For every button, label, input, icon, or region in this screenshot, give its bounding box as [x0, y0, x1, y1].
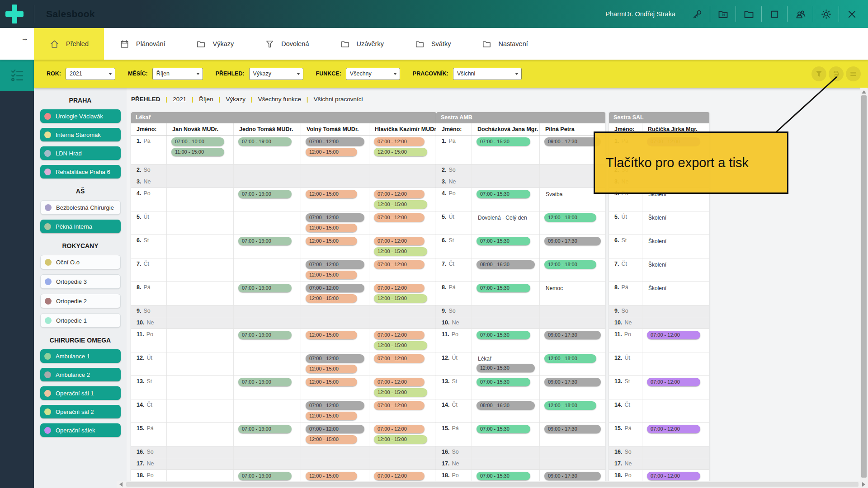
shift-pill[interactable]: 07:00 - 12:00 [306, 260, 364, 269]
shift-pill[interactable]: 12:00 - 15:00 [306, 378, 357, 386]
shift-pill[interactable]: 07:00 - 12:00 [306, 354, 364, 363]
scroll-left-arrow[interactable] [119, 482, 123, 487]
shift-pill[interactable]: 07:00 - 12:00 [374, 354, 425, 363]
shift-pill[interactable]: 12:00 - 15:00 [374, 247, 427, 256]
sidebar-item-ocni-o-o[interactable]: Oční O.o [40, 255, 121, 269]
checklist-button[interactable] [0, 60, 34, 91]
forward-arrow-icon[interactable]: → [21, 34, 28, 42]
shift-pill[interactable]: 09:00 - 17:30 [544, 237, 601, 245]
shift-pill[interactable]: 07:00 - 15:30 [476, 137, 530, 146]
horizontal-scrollbar[interactable] [117, 481, 868, 488]
shift-pill[interactable]: 07:00 - 12:00 [647, 378, 700, 386]
shift-pill[interactable]: 11:00 - 15:00 [171, 148, 224, 156]
shift-pill[interactable]: 12:00 - 18:00 [544, 401, 596, 410]
shift-pill[interactable]: 07:00 - 12:00 [374, 331, 425, 339]
shift-pill[interactable]: 07:00 - 12:00 [374, 260, 425, 269]
shift-pill[interactable]: 12:00 - 15:00 [306, 224, 357, 232]
shift-pill[interactable]: 07:00 - 12:00 [374, 190, 425, 198]
shift-pill[interactable]: 07:00 - 12:00 [374, 378, 425, 386]
shift-pill[interactable]: 09:00 - 17:30 [544, 472, 601, 480]
rok-select[interactable]: 2021 [66, 68, 115, 80]
tab-prehled[interactable]: Přehled [34, 28, 104, 60]
shift-pill[interactable]: 07:00 - 12:00 [647, 472, 700, 480]
shift-pill[interactable]: 07:00 - 15:30 [476, 284, 530, 292]
shift-pill[interactable]: 07:00 - 15:30 [476, 378, 530, 386]
sidebar-item-ortopedie-2[interactable]: Ortopedie 2 [40, 294, 121, 308]
shift-pill[interactable]: 07:00 - 19:00 [238, 378, 292, 386]
shift-pill[interactable]: 12:00 - 15:00 [374, 148, 427, 156]
shift-pill[interactable]: 07:00 - 15:30 [476, 472, 530, 480]
shift-pill[interactable]: 07:00 - 12:00 [306, 213, 364, 222]
shift-note[interactable]: Školení [648, 238, 709, 244]
funkce-select[interactable]: Všechny [346, 68, 400, 80]
shift-pill[interactable]: 12:00 - 15:30 [476, 364, 535, 372]
shift-pill[interactable]: 07:00 - 10:00 [171, 137, 224, 146]
shift-pill[interactable]: 07:00 - 19:00 [238, 137, 292, 146]
shift-pill[interactable]: 07:00 - 12:00 [306, 284, 364, 292]
shift-note[interactable]: Dovolená - Celý den [478, 215, 539, 221]
shift-pill[interactable]: 12:00 - 15:00 [306, 271, 357, 279]
shift-pill[interactable]: 07:00 - 12:00 [374, 284, 425, 292]
tab-vykazy[interactable]: Výkazy [180, 28, 249, 60]
shift-pill[interactable]: 07:00 - 12:00 [647, 425, 700, 433]
shift-note[interactable]: Lékař [478, 356, 539, 362]
shift-pill[interactable]: 12:00 - 15:00 [306, 331, 357, 339]
shift-note[interactable]: Školení [648, 262, 709, 268]
shift-pill[interactable]: 12:00 - 15:00 [306, 412, 357, 420]
sidebar-item-operacni-sal-1[interactable]: Operační sál 1 [40, 386, 121, 400]
shift-pill[interactable]: 07:00 - 12:00 [306, 137, 364, 146]
shift-pill[interactable]: 08:00 - 16:30 [476, 260, 535, 269]
shift-pill[interactable]: 12:00 - 15:00 [374, 435, 427, 444]
tab-planovani[interactable]: Plánování [104, 28, 181, 60]
shift-pill[interactable]: 07:00 - 12:00 [374, 425, 425, 433]
shift-pill[interactable]: 07:00 - 19:00 [238, 190, 292, 198]
tab-nastaveni[interactable]: Nastavení [466, 28, 543, 60]
shift-pill[interactable]: 12:00 - 15:00 [374, 200, 427, 209]
scroll-right-arrow[interactable] [862, 482, 865, 487]
vertical-scrollbar[interactable] [860, 88, 868, 488]
shift-pill[interactable]: 12:00 - 15:00 [306, 435, 357, 444]
shift-pill[interactable]: 12:00 - 15:00 [306, 472, 357, 480]
key-icon[interactable] [687, 4, 707, 24]
shift-pill[interactable]: 07:00 - 15:30 [476, 331, 530, 339]
sidebar-item-operacni-sal-2[interactable]: Operační sál 2 [40, 405, 121, 418]
reports-folder-icon[interactable]: N [713, 4, 733, 24]
scroll-up-arrow[interactable] [862, 90, 866, 94]
pracovnik-select[interactable]: Všichni [453, 68, 522, 80]
shift-note[interactable]: Nemoc [546, 285, 605, 291]
shift-pill[interactable]: 07:00 - 19:00 [238, 237, 292, 245]
shift-pill[interactable]: 07:00 - 15:30 [476, 237, 530, 245]
shift-note[interactable]: Školení [648, 285, 709, 291]
sidebar-item-interna-staromak[interactable]: Interna Staromák [40, 128, 121, 141]
shift-note[interactable]: Školení [648, 215, 709, 221]
shift-pill[interactable]: 09:00 - 17:30 [544, 137, 601, 146]
shift-pill[interactable]: 12:00 - 18:00 [544, 260, 596, 269]
shift-pill[interactable]: 07:00 - 15:30 [476, 190, 530, 198]
print-button[interactable] [829, 66, 844, 81]
shift-pill[interactable]: 07:00 - 12:00 [306, 425, 364, 433]
vertical-scroll-thumb[interactable] [861, 95, 867, 478]
users-icon[interactable] [790, 4, 810, 24]
sidebar-item-bezbolestna-chirurgie[interactable]: Bezbolestná Chirurgie [40, 200, 121, 215]
shift-pill[interactable]: 12:00 - 15:00 [306, 148, 357, 156]
shift-pill[interactable]: 12:00 - 15:00 [374, 294, 427, 303]
tab-dovolena[interactable]: Dovolená [249, 28, 324, 60]
shift-pill[interactable]: 09:00 - 17:30 [544, 425, 601, 433]
sidebar-item-ambulance-2[interactable]: Ambulance 2 [40, 368, 121, 381]
shift-pill[interactable]: 07:00 - 12:00 [374, 213, 425, 222]
tab-svatky[interactable]: Svátky [399, 28, 467, 60]
sidebar-item-ortopedie-1[interactable]: Ortopedie 1 [40, 313, 121, 328]
sidebar-item-operacni-salek[interactable]: Operační sálek [40, 423, 121, 437]
shift-pill[interactable]: 12:00 - 15:00 [374, 341, 427, 350]
filter-button[interactable] [811, 66, 826, 81]
shift-pill[interactable]: 12:00 - 15:00 [306, 365, 357, 373]
shift-pill[interactable]: 07:00 - 12:00 [374, 137, 425, 146]
shift-pill[interactable]: 07:00 - 19:00 [238, 472, 292, 480]
shift-pill[interactable]: 09:00 - 17:30 [544, 331, 601, 339]
shift-pill[interactable]: 12:00 - 18:00 [544, 213, 596, 222]
prehled-select[interactable]: Výkazy [249, 68, 303, 80]
sidebar-item-ortopedie-3[interactable]: Ortopedie 3 [40, 274, 121, 289]
shift-pill[interactable]: 12:00 - 15:00 [374, 388, 427, 397]
sidebar-item-pekna-interna[interactable]: Pěkná Interna [40, 220, 121, 233]
sidebar-item-rehabilitace-praha-6[interactable]: Rehabilitace Praha 6 [40, 165, 121, 178]
